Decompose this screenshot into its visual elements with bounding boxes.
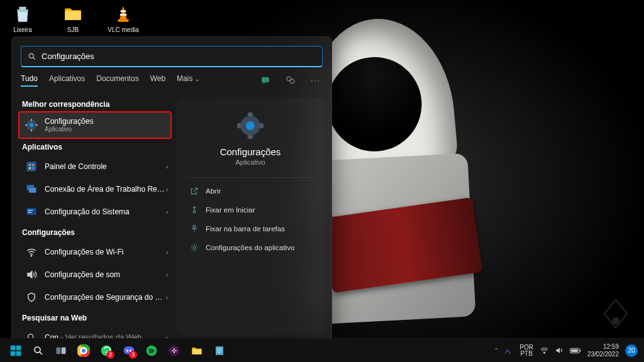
taskbar: 2 3 ⌃ POR PTB 12:59 23/02/2022 20 xyxy=(0,338,644,362)
taskbar-app-button[interactable] xyxy=(165,341,184,360)
desktop-icon-recycle-bin[interactable]: Lixeira xyxy=(5,3,40,33)
chevron-right-icon: › xyxy=(166,186,168,193)
svg-point-70 xyxy=(544,352,545,353)
shield-icon xyxy=(25,290,38,304)
wifi-icon xyxy=(25,245,38,259)
action-app-settings[interactable]: Configurações do aplicativo xyxy=(186,238,315,257)
svg-point-58 xyxy=(126,349,128,351)
result-sound-settings[interactable]: Configurações de som › xyxy=(19,263,170,286)
sound-icon xyxy=(25,268,38,282)
svg-line-6 xyxy=(33,57,35,59)
svg-rect-23 xyxy=(27,209,36,216)
result-subtitle: Aplicativo xyxy=(45,126,93,133)
recycle-bin-icon xyxy=(11,3,34,25)
section-header-web: Pesquisar na Web xyxy=(22,314,168,322)
notification-center-button[interactable]: 20 xyxy=(625,344,638,357)
svg-rect-62 xyxy=(172,350,174,351)
result-wifi-settings[interactable]: Configurações de Wi-Fi › xyxy=(19,241,170,263)
preview-pane: Configurações Aplicativo Abrir Fixar em … xyxy=(177,97,324,335)
svg-point-41 xyxy=(193,246,196,249)
svg-point-46 xyxy=(35,347,40,353)
svg-point-39 xyxy=(193,211,196,213)
result-title: Configurações xyxy=(45,117,93,126)
chevron-right-icon: › xyxy=(166,272,168,278)
action-open[interactable]: Abrir xyxy=(186,182,315,200)
taskbar-clock[interactable]: 12:59 23/02/2022 xyxy=(587,343,619,358)
tab-more[interactable]: Mais ⌄ xyxy=(177,74,200,87)
preview-title: Configurações xyxy=(220,146,281,157)
taskbar-whatsapp-button[interactable]: 2 xyxy=(97,341,116,360)
annotation-highlight xyxy=(18,111,172,139)
taskbar-search-button[interactable] xyxy=(29,341,48,360)
search-box[interactable] xyxy=(21,46,323,67)
svg-point-11 xyxy=(30,123,33,127)
desktop-icon-label: SJB xyxy=(67,26,79,33)
action-pin-start[interactable]: Fixar em Iniciar xyxy=(186,200,315,219)
badge-count: 2 xyxy=(106,351,114,359)
svg-rect-63 xyxy=(175,350,177,351)
svg-rect-4 xyxy=(118,19,129,22)
action-pin-taskbar[interactable]: Fixar na barra de tarefas xyxy=(186,219,315,238)
chat-icon[interactable] xyxy=(258,74,272,87)
language-indicator[interactable]: POR PTB xyxy=(519,344,533,357)
desktop-icon-label: VLC media xyxy=(108,26,138,33)
chevron-right-icon: › xyxy=(166,249,168,256)
desktop-icon-vlc[interactable]: VLC media xyxy=(106,3,141,33)
svg-rect-49 xyxy=(62,347,66,354)
svg-rect-44 xyxy=(11,351,16,356)
rewards-icon[interactable] xyxy=(284,74,297,87)
result-system-config[interactable]: Configuração do Sistema › xyxy=(19,200,170,223)
svg-rect-73 xyxy=(571,349,578,352)
taskbar-discord-button[interactable]: 3 xyxy=(119,341,138,360)
svg-rect-48 xyxy=(57,347,61,354)
start-button[interactable] xyxy=(6,341,25,360)
svg-point-38 xyxy=(246,121,255,130)
svg-rect-72 xyxy=(580,349,581,351)
taskbar-chrome-button[interactable] xyxy=(74,341,93,360)
gear-icon xyxy=(237,112,264,139)
section-header-best: Melhor correspondência xyxy=(22,100,168,109)
more-options-icon[interactable]: ··· xyxy=(309,74,323,87)
svg-point-9 xyxy=(290,79,294,84)
tab-web[interactable]: Web xyxy=(150,74,165,87)
start-search-panel: Tudo Aplicativos Documentos Web Mais ⌄ ·… xyxy=(11,36,332,342)
svg-point-20 xyxy=(32,167,34,169)
taskbar-spotify-button[interactable] xyxy=(142,341,161,360)
search-icon xyxy=(28,52,36,61)
svg-rect-65 xyxy=(174,351,175,353)
svg-point-0 xyxy=(613,318,619,324)
open-icon xyxy=(189,186,199,196)
tab-apps[interactable]: Aplicativos xyxy=(49,74,85,87)
tray-chevron-icon[interactable]: ⌃ xyxy=(494,347,499,354)
result-best-match[interactable]: Configurações Aplicativo xyxy=(19,112,170,138)
svg-point-18 xyxy=(32,164,34,166)
desktop-icon-label: Lixeira xyxy=(13,26,31,33)
wifi-icon[interactable] xyxy=(540,346,549,355)
desktop-icon-folder[interactable]: SJB xyxy=(55,3,91,33)
taskbar-taskview-button[interactable] xyxy=(52,341,70,360)
control-panel-icon xyxy=(25,160,38,173)
tab-all[interactable]: Tudo xyxy=(21,74,38,87)
pin-icon xyxy=(189,224,199,234)
tray-app-icon[interactable] xyxy=(504,346,513,355)
svg-point-17 xyxy=(29,164,31,166)
svg-rect-25 xyxy=(28,212,31,213)
svg-rect-2 xyxy=(121,10,126,12)
badge-count: 3 xyxy=(129,351,137,359)
section-header-apps: Aplicativos xyxy=(22,143,168,151)
vlc-cone-icon xyxy=(112,3,135,25)
pin-icon xyxy=(189,205,199,215)
taskbar-notepad-button[interactable] xyxy=(210,341,229,360)
tab-documents[interactable]: Documentos xyxy=(96,74,138,87)
sound-icon[interactable] xyxy=(555,346,564,355)
result-security-settings[interactable]: Configurações de Segurança do Windows › xyxy=(19,286,170,309)
chevron-right-icon: › xyxy=(166,209,168,216)
result-remote-desktop[interactable]: Conexão de Área de Trabalho Remota › xyxy=(19,178,170,200)
chevron-down-icon: ⌄ xyxy=(195,76,200,82)
battery-icon[interactable] xyxy=(570,347,581,354)
result-control-panel[interactable]: Painel de Controle › xyxy=(19,155,170,178)
svg-point-61 xyxy=(169,345,180,356)
search-input[interactable] xyxy=(42,52,316,61)
svg-point-5 xyxy=(29,53,33,58)
taskbar-explorer-button[interactable] xyxy=(187,341,206,360)
